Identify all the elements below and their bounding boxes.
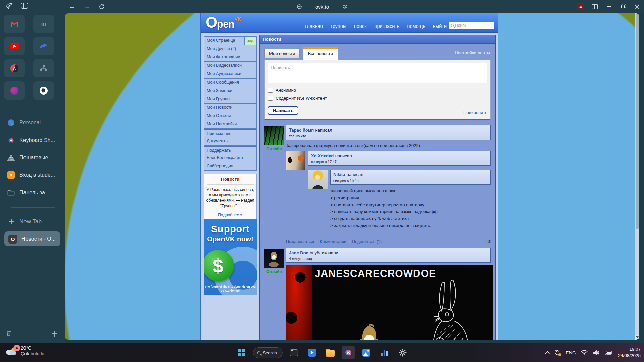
menu-my-messages[interactable]: Мои Сообщения: [204, 79, 256, 87]
menu-apps[interactable]: Приложения: [204, 129, 256, 137]
nav-invite[interactable]: пригласить: [375, 23, 400, 29]
deepseek-tile[interactable]: [33, 37, 54, 55]
github-tile[interactable]: [33, 81, 54, 100]
terminal-app-button[interactable]: [287, 346, 301, 359]
avatar[interactable]: [286, 151, 305, 170]
avatar[interactable]: [264, 126, 284, 145]
nav-help[interactable]: помощь: [407, 23, 425, 29]
submit-post-button[interactable]: Написать: [268, 106, 298, 115]
tab-openvk-news[interactable]: O Новости - O...: [4, 231, 60, 246]
comments-link[interactable]: Комментарии: [320, 239, 346, 244]
menu-my-page[interactable]: Моя Страницаред.: [204, 37, 256, 45]
post-timestamp[interactable]: 4 минут назад: [289, 257, 488, 261]
tab-my-news[interactable]: Мои новости: [264, 49, 300, 58]
menu-my-notes[interactable]: Мои Заметки: [204, 87, 256, 95]
composer-textarea[interactable]: [268, 63, 487, 83]
minimize-button[interactable]: [602, 0, 616, 13]
post-author-link[interactable]: Jane Doe: [289, 250, 308, 255]
sidebar-item-personal[interactable]: Personal: [0, 114, 65, 132]
start-button[interactable]: [235, 346, 248, 359]
restore-button[interactable]: [616, 0, 630, 13]
sidebar-item-student-login[interactable]: > Вход в stude...: [0, 166, 65, 184]
sidebar-item-keyboard[interactable]: Keyboard Sh...: [0, 132, 65, 149]
openvk-logo[interactable]: OpenVK: [206, 14, 241, 31]
avatar[interactable]: [308, 170, 328, 189]
wifi-icon[interactable]: [581, 350, 588, 356]
menu-cyberpedia[interactable]: Сайберпедия: [204, 162, 256, 171]
weather-widget[interactable]: 4 20°C Çok bulutlu: [5, 345, 44, 356]
trash-icon[interactable]: [5, 330, 12, 337]
update-indicator-icon[interactable]: [554, 349, 561, 356]
menu-my-videos[interactable]: Мои Видеозаписи: [204, 62, 256, 70]
attach-link[interactable]: Прикрепить: [463, 110, 487, 115]
close-button[interactable]: [630, 0, 644, 13]
header-search-box[interactable]: [449, 22, 494, 29]
taskbar-search[interactable]: Search: [253, 347, 282, 358]
gmail-tile[interactable]: [4, 15, 25, 33]
settings-app-button[interactable]: [396, 346, 409, 359]
tune-icon[interactable]: [342, 4, 348, 9]
anonymous-checkbox[interactable]: [268, 88, 273, 93]
menu-donate[interactable]: Поддержать: [204, 146, 256, 154]
tray-chevron-up-icon[interactable]: [545, 351, 550, 356]
header-search-input[interactable]: [455, 23, 490, 28]
menu-my-settings[interactable]: Мои Настройки: [204, 120, 256, 129]
nav-groups[interactable]: группы: [331, 23, 346, 29]
translate-tile[interactable]: A: [4, 59, 25, 77]
post-image[interactable]: JANESCARECROWDOE: [286, 265, 493, 340]
explorer-app-button[interactable]: [324, 346, 337, 359]
url-text[interactable]: ovk.to: [315, 4, 329, 10]
sidebar-item-panel[interactable]: Панель за...: [0, 184, 65, 201]
nested-author-link[interactable]: Nikita: [333, 172, 345, 177]
like-heart-icon[interactable]: ♥: [484, 239, 487, 245]
menu-my-photos[interactable]: Мои Фотографии: [204, 53, 256, 62]
feed-settings-link[interactable]: Настройки ленты: [455, 50, 490, 55]
share-link[interactable]: Поделиться (1): [352, 239, 382, 244]
support-banner[interactable]: Support OpenVK now! $ The future of the …: [204, 219, 257, 295]
photos-app-button[interactable]: [360, 346, 373, 359]
language-indicator[interactable]: ENG: [566, 350, 576, 355]
stats-app-button[interactable]: [378, 346, 391, 359]
battery-icon[interactable]: [605, 350, 613, 355]
zen-browser-app-button[interactable]: [342, 346, 355, 359]
youtube-tile[interactable]: [4, 37, 25, 55]
post-timestamp[interactable]: только что: [289, 134, 488, 138]
sidebar-toggle-icon[interactable]: [21, 3, 28, 9]
repost-author-link[interactable]: Xd Xdxdxd: [311, 153, 334, 158]
nested-timestamp[interactable]: сегодня в 15:45: [333, 178, 488, 183]
split-view-icon[interactable]: [588, 0, 602, 13]
gradient-app-tile[interactable]: [4, 81, 25, 100]
sidebar-item-steps[interactable]: Пошаговые...: [0, 149, 65, 166]
linkedin-tile[interactable]: in: [33, 15, 54, 33]
nav-search[interactable]: поиск: [354, 23, 367, 29]
report-link[interactable]: Пожаловаться: [286, 239, 314, 244]
reload-icon[interactable]: [97, 2, 107, 12]
scrollbar-down-button[interactable]: [635, 335, 639, 340]
page-scrollbar[interactable]: [635, 13, 639, 340]
menu-documents[interactable]: Документы: [204, 137, 256, 146]
scrollbar-thumb[interactable]: [636, 14, 639, 229]
edit-badge[interactable]: ред.: [244, 37, 256, 45]
add-workspace-icon[interactable]: [52, 331, 57, 337]
nsfw-checkbox[interactable]: [268, 96, 273, 101]
repost-timestamp[interactable]: сегодня в 17:47: [311, 160, 488, 164]
movies-app-button[interactable]: [305, 346, 319, 359]
menu-blog[interactable]: Блог Веселкрафта: [204, 154, 256, 162]
forward-icon[interactable]: →: [82, 2, 92, 12]
post-author-link[interactable]: Тарас Комп: [289, 127, 314, 133]
back-icon[interactable]: ←: [67, 2, 77, 12]
nav-home[interactable]: главная: [305, 23, 323, 29]
menu-my-answers[interactable]: Мои Ответы: [204, 112, 256, 120]
new-tab-button[interactable]: New Tab: [0, 215, 65, 229]
menu-my-groups[interactable]: Мои Группы: [204, 95, 256, 104]
sitemap-tile[interactable]: [33, 59, 54, 77]
zen-browser-logo-icon[interactable]: [5, 2, 13, 10]
menu-my-friends[interactable]: Мои Друзья (2): [204, 45, 256, 53]
volume-icon[interactable]: [593, 350, 600, 356]
news-more-link[interactable]: Подробнее »: [206, 213, 254, 217]
tab-all-news[interactable]: Все новости: [303, 47, 338, 60]
url-bar[interactable]: ovk.to: [255, 2, 389, 12]
nav-logout[interactable]: выйти: [433, 23, 447, 29]
avatar[interactable]: [264, 249, 284, 268]
like-counter[interactable]: ♥ 2: [484, 239, 491, 245]
